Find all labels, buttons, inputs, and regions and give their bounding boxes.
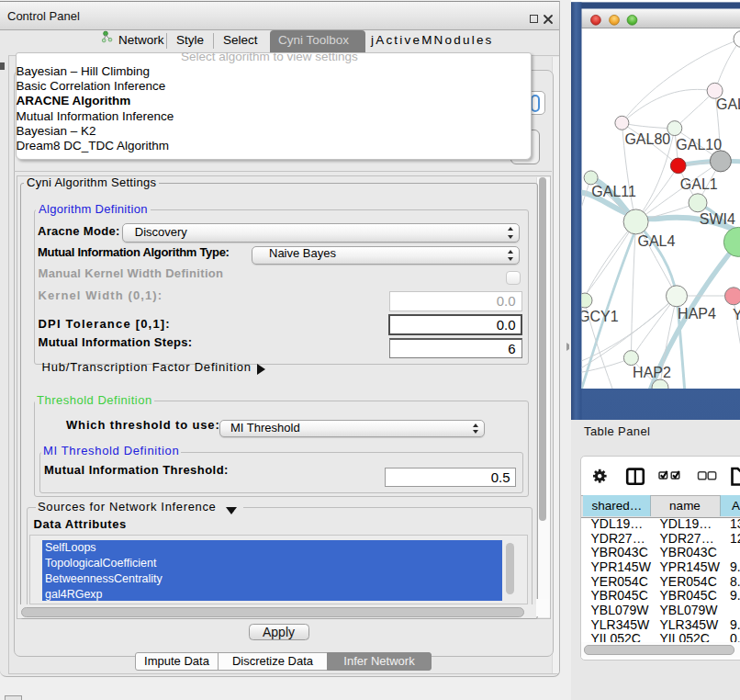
svg-text:GAL1: GAL1 xyxy=(680,176,718,192)
svg-text:HAP4: HAP4 xyxy=(678,306,716,322)
svg-text:GAL11: GAL11 xyxy=(591,184,636,199)
svg-text:GCY1: GCY1 xyxy=(578,309,619,324)
svg-text:HAP2: HAP2 xyxy=(633,365,671,380)
svg-text:SWI4: SWI4 xyxy=(700,211,735,227)
svg-text:GAL80: GAL80 xyxy=(624,131,670,147)
svg-text:GAL4: GAL4 xyxy=(638,233,676,249)
svg-text:GAL7: GAL7 xyxy=(716,96,740,112)
svg-text:Y: Y xyxy=(733,307,740,322)
svg-text:GAL10: GAL10 xyxy=(676,137,722,152)
